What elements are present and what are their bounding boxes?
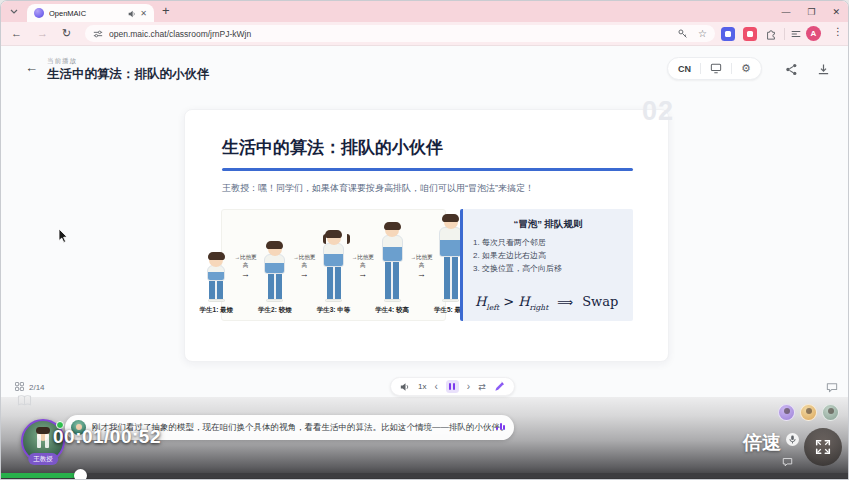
extension-pink-icon[interactable] <box>743 27 757 41</box>
speed-button[interactable]: 1x <box>418 382 426 391</box>
browser-tab-strip: OpenMAIC ✕ + — ❐ ✕ <box>1 1 848 22</box>
slide-intro-text: 王教授：嘿！同学们，如果体育课要按身高排队，咱们可以用“冒泡法”来搞定！ <box>222 182 534 195</box>
slides-grid-icon[interactable] <box>15 382 24 393</box>
rule-item: 3. 交换位置，高个向后移 <box>473 263 623 276</box>
microphone-icon[interactable] <box>786 433 799 446</box>
student-label: 学生3: 中等 <box>317 306 351 315</box>
breadcrumb: 当前播放 <box>47 57 77 66</box>
window-controls: — ❐ ✕ <box>781 1 840 22</box>
progress-handle[interactable] <box>74 469 87 480</box>
slide-counter: 2/14 <box>15 382 45 393</box>
student-label: 学生1: 最矮 <box>200 306 234 315</box>
viewer-avatar <box>778 404 795 421</box>
compare-arrow: →比他更高 → <box>233 254 258 279</box>
viewer-avatar <box>800 404 817 421</box>
playback-speed-label[interactable]: 倍速 <box>743 430 781 456</box>
arrow-icon: → <box>241 270 250 279</box>
back-icon[interactable]: ← <box>11 27 22 39</box>
toolbar-divider <box>784 28 785 40</box>
video-timestamp: 00:01/00:52 <box>53 426 161 448</box>
header-controls-pill: CN ⚙ <box>667 57 762 80</box>
profile-avatar[interactable]: A <box>806 26 821 41</box>
forward-icon[interactable]: → <box>37 27 48 39</box>
student-figure: 学生3: 中等 <box>317 231 351 315</box>
student-figure: 学生1: 最矮 <box>200 253 234 315</box>
playback-controls: 1x ‹ › ⇄ <box>390 377 515 396</box>
slide-title: 生活中的算法：排队的小伙伴 <box>222 136 443 159</box>
progress-fill <box>1 473 81 478</box>
student-label: 学生4: 较高 <box>375 306 409 315</box>
new-tab-button[interactable]: + <box>162 3 170 18</box>
implies-arrow: ⟹ <box>557 296 573 309</box>
address-bar: ← → ↻ open.maic.chat/classroom/jrnPJ-kWj… <box>1 22 848 46</box>
compare-arrow: →比他更高 → <box>350 254 375 279</box>
rule-item: 2. 如果左边比右边高 <box>473 250 623 263</box>
tab-title: OpenMAIC <box>49 9 126 18</box>
edit-pencil-icon[interactable] <box>494 378 505 396</box>
slide-card: 生活中的算法：排队的小伙伴 王教授：嘿！同学们，如果体育课要按身高排队，咱们可以… <box>184 109 669 362</box>
bookmark-star-icon[interactable]: ☆ <box>698 28 707 39</box>
rules-title: “冒泡” 排队规则 <box>473 218 623 231</box>
teacher-name-badge: 王教授 <box>28 453 58 465</box>
tab-close-icon[interactable]: ✕ <box>140 9 147 18</box>
compare-arrow: →比他更高 → <box>292 254 317 279</box>
url-text[interactable]: open.maic.chat/classroom/jrnPJ-kWjn <box>109 29 677 39</box>
audio-wave-icon[interactable] <box>496 423 505 430</box>
compare-arrow: →比他更高 → <box>409 254 434 279</box>
bubble-rules-panel: “冒泡” 排队规则 1. 每次只看两个邻居 2. 如果左边比右边高 3. 交换位… <box>460 209 633 321</box>
minimize-button[interactable]: — <box>781 7 790 17</box>
pause-button[interactable] <box>446 380 459 393</box>
progress-track[interactable] <box>1 473 849 478</box>
student-figure: 学生2: 较矮 <box>258 242 292 315</box>
tab-audio-icon[interactable] <box>128 4 136 22</box>
chat-bubble-icon[interactable] <box>782 453 793 471</box>
reload-icon[interactable]: ↻ <box>62 27 71 40</box>
volume-icon[interactable] <box>400 378 410 396</box>
mouse-cursor <box>58 228 69 248</box>
book-icon <box>17 393 32 411</box>
settings-gear-icon[interactable]: ⚙ <box>741 62 751 75</box>
prev-slide-button[interactable]: ‹ <box>434 382 437 392</box>
fullscreen-button[interactable] <box>804 428 842 466</box>
download-icon[interactable] <box>817 62 830 80</box>
browser-menu-icon[interactable]: ⋮ <box>833 26 843 37</box>
password-key-icon[interactable] <box>677 25 688 43</box>
site-settings-icon[interactable] <box>93 25 103 43</box>
rule-item: 1. 每次只看两个邻居 <box>473 237 623 250</box>
viewer-avatar <box>822 404 839 421</box>
url-box[interactable]: open.maic.chat/classroom/jrnPJ-kWjn ☆ <box>85 25 715 42</box>
maximize-button[interactable]: ❐ <box>807 7 815 17</box>
swap-formula: Hleft > Hright ⟹ Swap <box>475 294 618 312</box>
arrow-icon: → <box>358 270 367 279</box>
arrow-icon: → <box>300 270 309 279</box>
arrow-icon: → <box>417 270 426 279</box>
monitor-icon[interactable] <box>710 60 722 78</box>
students-figure: 学生1: 最矮 →比他更高 → 学生2: 较矮 →比他更高 → 学生3: 中等 … <box>221 209 446 321</box>
browser-tab[interactable]: OpenMAIC ✕ <box>27 4 154 22</box>
openmaic-logo-icon <box>34 8 44 18</box>
browser-window: OpenMAIC ✕ + — ❐ ✕ ← → ↻ open.maic.chat/… <box>0 0 849 480</box>
loop-icon[interactable]: ⇄ <box>478 382 486 392</box>
video-strip[interactable]: 王教授 刚才我们看过了抽象的模型，现在咱们换个具体的视角，看看生活中的算法。比如… <box>1 397 849 480</box>
window-close-button[interactable]: ✕ <box>832 7 840 17</box>
comments-bubble-icon[interactable] <box>826 379 838 397</box>
page-title: 生活中的算法：排队的小伙伴 <box>47 66 210 83</box>
extension-blue-icon[interactable] <box>721 27 735 41</box>
student-label: 学生2: 较矮 <box>258 306 292 315</box>
next-slide-button[interactable]: › <box>467 382 470 392</box>
side-panel-icon[interactable] <box>789 27 803 41</box>
language-button[interactable]: CN <box>678 64 691 74</box>
slide-number-watermark: 02 <box>642 96 674 127</box>
share-icon[interactable] <box>785 62 798 80</box>
title-underline <box>222 168 633 171</box>
tab-search-chevron-icon[interactable] <box>7 5 20 18</box>
extensions-puzzle-icon[interactable] <box>764 27 778 41</box>
app-back-button[interactable]: ← <box>25 60 38 75</box>
slide-counter-text: 2/14 <box>29 383 45 392</box>
student-figure: 学生4: 较高 <box>375 223 409 315</box>
